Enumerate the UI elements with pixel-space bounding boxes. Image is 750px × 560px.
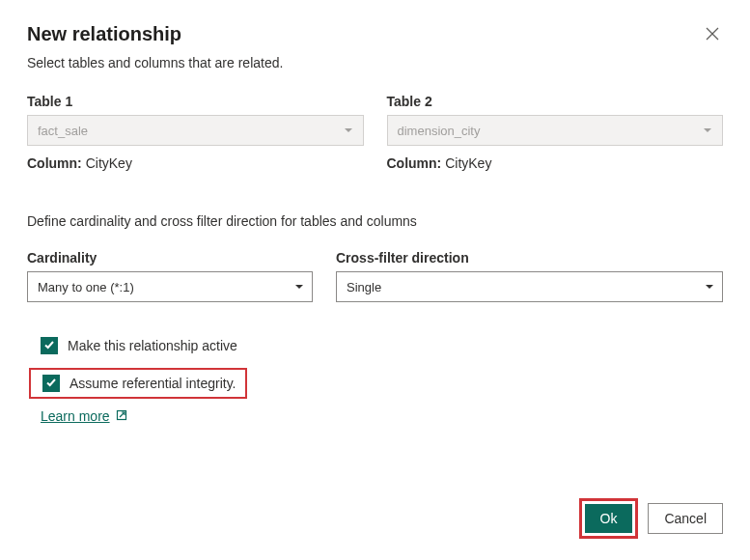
dialog-title: New relationship [27,23,181,45]
cardinality-label: Cardinality [27,250,313,266]
ok-button-highlight: Ok [579,498,639,539]
close-icon [706,27,719,43]
referential-checkbox-label: Assume referential integrity. [69,376,236,391]
cardinality-value: Many to one (*:1) [38,280,134,294]
table2-column-value: CityKey [445,155,491,171]
table1-column-label: Column: [27,155,82,171]
chevron-down-icon [703,124,712,138]
active-checkbox-row[interactable]: Make this relationship active [27,337,723,354]
chevron-down-icon [344,124,353,138]
learn-more-link[interactable]: Learn more [41,408,127,424]
crossfilter-label: Cross-filter direction [336,250,723,266]
chevron-down-icon [705,280,714,294]
table1-column-info: Column: CityKey [27,155,364,171]
chevron-down-icon [294,280,304,294]
referential-highlight: Assume referential integrity. [29,368,247,399]
active-checkbox[interactable] [41,337,58,354]
cancel-button[interactable]: Cancel [648,503,723,534]
close-button[interactable] [702,23,723,47]
table2-select: dimension_city [387,115,724,146]
table1-column-value: CityKey [86,155,132,171]
section-description: Define cardinality and cross filter dire… [27,213,723,229]
ok-button[interactable]: Ok [585,504,633,533]
crossfilter-value: Single [347,280,381,294]
dialog-subtitle: Select tables and columns that are relat… [27,55,723,70]
external-link-icon [116,408,127,424]
table1-value: fact_sale [38,124,88,138]
table1-label: Table 1 [27,94,364,109]
table2-value: dimension_city [398,124,481,138]
table2-label: Table 2 [387,94,724,109]
table1-select: fact_sale [27,115,364,146]
table2-column-label: Column: [387,155,442,171]
active-checkbox-label: Make this relationship active [68,338,237,353]
checkmark-icon [45,377,57,391]
table2-column-info: Column: CityKey [387,155,724,171]
referential-checkbox[interactable] [42,375,60,392]
crossfilter-select[interactable]: Single [336,271,723,302]
svg-line-3 [120,412,125,417]
checkmark-icon [43,339,55,353]
learn-more-text: Learn more [41,408,110,424]
cardinality-select[interactable]: Many to one (*:1) [27,271,313,302]
